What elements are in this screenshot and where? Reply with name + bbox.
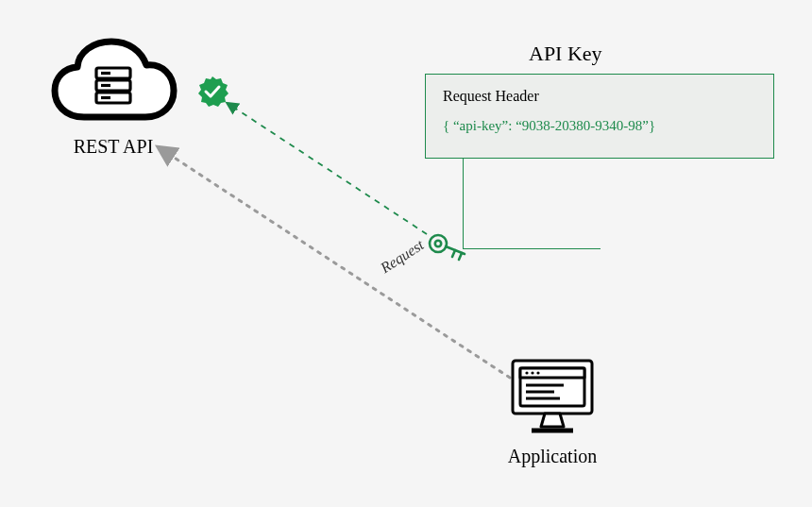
key-icon xyxy=(427,228,470,266)
request-header-box: Request Header { “api-key”: “9038-20380-… xyxy=(425,74,774,159)
rest-api-block: REST API xyxy=(47,36,179,158)
svg-rect-11 xyxy=(520,368,584,378)
request-header-title: Request Header xyxy=(443,88,756,105)
svg-point-7 xyxy=(430,235,447,252)
apikey-arrow xyxy=(234,108,427,234)
svg-point-12 xyxy=(525,371,528,374)
application-label: Application xyxy=(496,446,609,467)
header-to-key-connector xyxy=(463,159,601,249)
request-header-body: { “api-key”: “9038-20380-9340-98”} xyxy=(443,118,756,134)
api-key-title: API Key xyxy=(529,42,602,66)
svg-point-14 xyxy=(536,371,539,374)
cloud-server-icon xyxy=(47,36,179,128)
application-block: Application xyxy=(496,357,609,467)
verified-badge-icon xyxy=(196,76,228,111)
computer-icon xyxy=(507,357,598,438)
diagram-stage: REST API API Key Request Header { “api-k… xyxy=(0,0,812,507)
svg-point-13 xyxy=(531,371,533,374)
request-label: Request xyxy=(378,236,427,277)
rest-api-label: REST API xyxy=(47,136,179,158)
svg-point-8 xyxy=(435,241,441,246)
request-arrow xyxy=(170,155,510,378)
